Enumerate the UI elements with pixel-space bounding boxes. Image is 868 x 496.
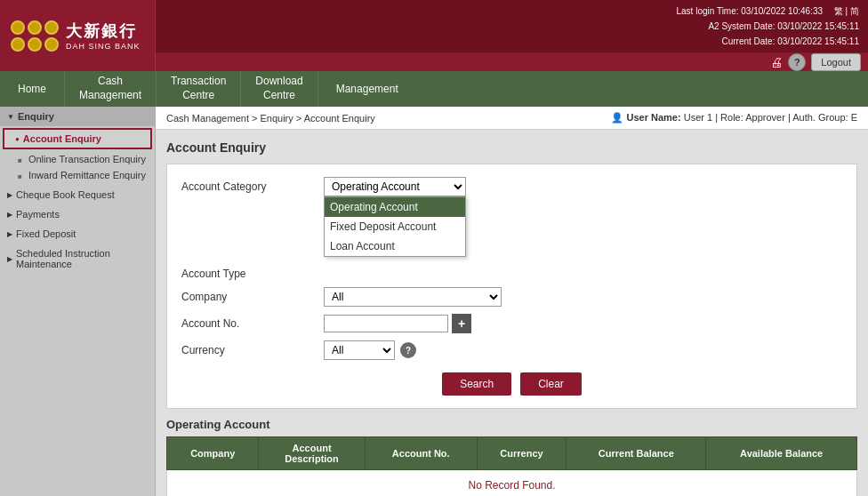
user-name: User 1 (684, 112, 712, 123)
account-no-label: Account No. (181, 317, 324, 330)
company-row: Company All (181, 287, 842, 307)
account-no-input[interactable] (324, 315, 448, 332)
dropdown-option-fixed[interactable]: Fixed Deposit Account (325, 217, 465, 236)
currency-label: Currency (181, 344, 324, 356)
help-icon-btn[interactable]: ? (788, 53, 806, 71)
nav-transaction-centre[interactable]: TransactionCentre (157, 71, 241, 107)
sidebar-item-inward-remittance[interactable]: ■ Inward Remittance Enquiry (0, 167, 155, 183)
company-select[interactable]: All (324, 287, 502, 307)
account-category-select[interactable]: Operating Account Fixed Deposit Account … (324, 177, 466, 196)
nav-management[interactable]: Management (318, 71, 416, 107)
currency-row: Currency All ? (181, 340, 842, 360)
form-buttons: Search Clear (181, 372, 842, 396)
breadcrumb-path: Cash Management > Enquiry > Account Enqu… (166, 113, 375, 124)
logo-area: 大新銀行 DAH SING BANK (0, 0, 156, 71)
col-currency: Currency (477, 437, 567, 470)
dropdown-option-operating[interactable]: Operating Account (325, 197, 465, 217)
main-nav: Home CashManagement TransactionCentre Do… (0, 71, 868, 107)
page-title: Account Enquiry (166, 140, 857, 155)
account-no-add-button[interactable]: + (452, 314, 471, 333)
no-record-row: No Record Found. (167, 470, 857, 497)
sidebar-item-cheque-book[interactable]: ▶ Cheque Book Request (0, 185, 155, 204)
col-company: Company (167, 437, 259, 470)
user-label: User Name: (627, 112, 681, 123)
sidebar-section-enquiry: ▼ Enquiry ● Account Enquiry ■ Online Tra… (0, 107, 155, 183)
logo-english: DAH SING BANK (66, 42, 141, 51)
user-info: 👤 User Name: User 1 | Role: Approver | A… (611, 112, 857, 124)
online-transaction-bullet-icon: ■ (18, 156, 22, 164)
dropdown-option-loan[interactable]: Loan Account (325, 236, 465, 256)
col-account-no: Account No. (365, 437, 477, 470)
sidebar: ▼ Enquiry ● Account Enquiry ■ Online Tra… (0, 107, 156, 496)
nav-download-centre[interactable]: DownloadCentre (241, 71, 317, 107)
sidebar-item-payments[interactable]: ▶ Payments (0, 204, 155, 224)
account-category-field: Operating Account Fixed Deposit Account … (324, 177, 466, 196)
logo-chinese: 大新銀行 (66, 20, 141, 42)
nav-cash-management[interactable]: CashManagement (65, 71, 157, 107)
no-record-cell: No Record Found. (167, 470, 857, 497)
cheque-book-triangle-icon: ▶ (7, 191, 12, 199)
inward-remittance-bullet-icon: ■ (18, 172, 22, 180)
breadcrumb: Cash Management > Enquiry > Account Enqu… (156, 107, 868, 130)
company-label: Company (181, 291, 324, 303)
enquiry-triangle-icon: ▼ (7, 113, 14, 121)
logo-text: 大新銀行 DAH SING BANK (66, 20, 141, 51)
results-section: Operating Account Company AccountDescrip… (166, 418, 857, 496)
account-category-row: Account Category Operating Account Fixed… (181, 177, 842, 196)
account-category-label: Account Category (181, 177, 324, 193)
results-table: Company AccountDescription Account No. C… (166, 436, 857, 496)
results-title: Operating Account (166, 418, 857, 431)
form-area: Account Category Operating Account Fixed… (166, 164, 857, 409)
sidebar-item-account-enquiry[interactable]: ● Account Enquiry (3, 128, 152, 149)
account-type-label: Account Type (181, 268, 324, 280)
role-info: | Role: Approver | Auth. Group: E (715, 112, 857, 123)
account-no-row: Account No. + (181, 314, 842, 333)
account-type-row: Account Type (181, 268, 842, 280)
sidebar-item-online-transaction[interactable]: ■ Online Transaction Enquiry (0, 151, 155, 167)
payments-triangle-icon: ▶ (7, 211, 12, 219)
clear-button[interactable]: Clear (520, 372, 582, 396)
last-login-text: Last login Time: 03/10/2022 10:46:33 (676, 6, 823, 16)
account-category-dropdown: Operating Account Fixed Deposit Account … (324, 196, 466, 257)
user-icon: 👤 (611, 112, 623, 123)
nav-home[interactable]: Home (0, 71, 65, 107)
logo-icon (11, 20, 59, 52)
a2-system-date: A2 System Date: 03/10/2022 15:45:11 (708, 21, 859, 31)
main-content: Cash Management > Enquiry > Account Enqu… (156, 107, 868, 496)
fixed-deposit-triangle-icon: ▶ (7, 230, 12, 238)
currency-select[interactable]: All (324, 340, 395, 360)
table-header-row: Company AccountDescription Account No. C… (167, 437, 857, 470)
search-button[interactable]: Search (442, 372, 511, 396)
sidebar-item-scheduled-instruction[interactable]: ▶ Scheduled Instruction Maintenance (0, 244, 155, 274)
col-available-balance: Available Balance (706, 437, 857, 470)
col-current-balance: Current Balance (567, 437, 706, 470)
sidebar-item-fixed-deposit[interactable]: ▶ Fixed Deposit (0, 224, 155, 244)
logout-button[interactable]: Logout (811, 53, 861, 71)
current-date: Current Date: 03/10/2022 15:45:11 (721, 36, 859, 46)
currency-help-icon[interactable]: ? (400, 342, 416, 358)
print-icon-btn[interactable]: 🖨 (770, 55, 783, 69)
bullet-icon: ● (15, 135, 20, 143)
lang-options: 繁 | 简 (834, 6, 859, 16)
col-account-description: AccountDescription (259, 437, 365, 470)
header-info: Last login Time: 03/10/2022 10:46:33 繁 |… (156, 0, 868, 52)
scheduled-instruction-triangle-icon: ▶ (7, 255, 12, 263)
sidebar-section-enquiry-title[interactable]: ▼ Enquiry (0, 107, 155, 126)
